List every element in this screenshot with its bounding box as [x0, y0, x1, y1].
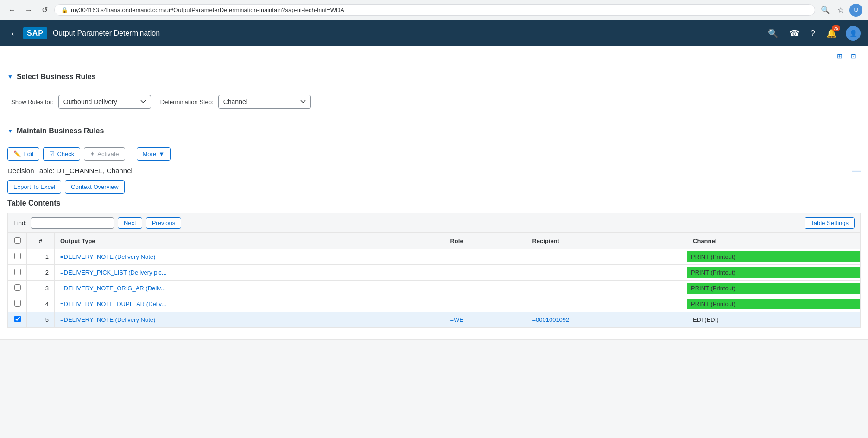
select-business-rules-title: Select Business Rules — [17, 73, 96, 81]
browser-bookmark-button[interactable]: ☆ — [836, 4, 846, 16]
row-recipient: =0001001092 — [526, 312, 687, 328]
table-row: 4=DELIVERY_NOTE_DUPL_AR (Deliv...PRINT (… — [8, 296, 860, 312]
row-number: 4 — [27, 296, 55, 312]
show-rules-label: Show Rules for: — [11, 99, 54, 106]
row-number: 1 — [27, 249, 55, 265]
row-channel: PRINT (Printout) — [687, 249, 860, 265]
expand-panel-button[interactable]: ⊡ — [847, 50, 861, 62]
row-checkbox[interactable] — [14, 316, 21, 322]
table-header: # Output Type Role Recipient Channel — [8, 233, 860, 249]
table-row: 3=DELIVERY_NOTE_ORIG_AR (Deliv...PRINT (… — [8, 281, 860, 296]
maintain-toolbar: ✏️ Edit ☑ Check ✦ Activate More ▼ — [7, 142, 861, 166]
row-role — [444, 296, 526, 312]
row-checkbox-cell — [8, 265, 27, 281]
activate-button[interactable]: ✦ Activate — [84, 147, 125, 161]
checkbox-column-header — [8, 233, 27, 249]
row-channel: PRINT (Printout) — [687, 296, 860, 312]
row-channel: PRINT (Printout) — [687, 281, 860, 296]
app-back-button[interactable]: ‹ — [7, 27, 18, 40]
row-checkbox-cell — [8, 249, 27, 265]
address-bar[interactable]: 🔒 my304163.s4hana.ondemand.com/ui#Output… — [54, 4, 815, 16]
row-output-type: =DELIVERY_NOTE (Delivery Note) — [55, 249, 444, 265]
table-settings-button[interactable]: Table Settings — [805, 217, 855, 229]
user-avatar[interactable]: 👤 — [846, 26, 861, 41]
table-actions: Export To Excel Context Overview — [7, 180, 861, 194]
edit-label: Edit — [23, 150, 33, 157]
row-checkbox[interactable] — [14, 300, 21, 307]
sap-header: ‹ SAP Output Parameter Determination 🔍 ☎… — [0, 20, 868, 46]
browser-user-avatar[interactable]: U — [849, 4, 862, 17]
row-checkbox[interactable] — [14, 269, 21, 275]
maintain-section: ✏️ Edit ☑ Check ✦ Activate More ▼ Decisi… — [0, 142, 868, 339]
row-output-type: =DELIVERY_NOTE_DUPL_AR (Deliv... — [55, 296, 444, 312]
select-all-checkbox[interactable] — [14, 237, 21, 244]
help-button[interactable]: ? — [809, 27, 817, 40]
output-type-link[interactable]: =DELIVERY_NOTE (Delivery Note) — [60, 253, 155, 260]
phone-button[interactable]: ☎ — [787, 26, 801, 40]
maintain-business-rules-header[interactable]: ▼ Maintain Business Rules — [0, 120, 868, 142]
decision-table: # Output Type Role Recipient Channel 1=D… — [8, 233, 860, 328]
show-rules-dropdown[interactable]: Outbound Delivery Inbound Delivery Sales… — [58, 95, 151, 109]
channel-value-green: PRINT (Printout) — [687, 267, 860, 278]
determination-step-group: Determination Step: Channel Format Recip… — [160, 95, 311, 109]
notifications-button[interactable]: 🔔 75 — [824, 26, 838, 40]
output-type-column-header: Output Type — [55, 233, 444, 249]
recipient-link[interactable]: =0001001092 — [532, 316, 569, 323]
determination-step-label: Determination Step: — [160, 99, 214, 106]
app-title: Output Parameter Determination — [53, 29, 760, 38]
row-recipient — [526, 296, 687, 312]
role-link[interactable]: =WE — [450, 316, 463, 323]
select-rules-chevron-icon: ▼ — [7, 74, 13, 80]
export-excel-button[interactable]: Export To Excel — [7, 180, 61, 194]
output-type-link[interactable]: =DELIVERY_NOTE_DUPL_AR (Deliv... — [60, 300, 166, 307]
determination-step-dropdown[interactable]: Channel Format Recipient Output Type — [218, 95, 311, 109]
row-checkbox-cell — [8, 296, 27, 312]
row-recipient — [526, 265, 687, 281]
next-button[interactable]: Next — [118, 217, 142, 229]
row-number: 2 — [27, 265, 55, 281]
edit-button[interactable]: ✏️ Edit — [7, 147, 39, 161]
user-initial: 👤 — [849, 30, 857, 37]
find-input[interactable] — [31, 217, 114, 229]
maintain-business-rules-title: Maintain Business Rules — [17, 127, 104, 135]
row-channel: EDI (EDI) — [687, 312, 860, 328]
table-row: 2=DELIVERY_PICK_LIST (Delivery pic...PRI… — [8, 265, 860, 281]
select-business-rules-header[interactable]: ▼ Select Business Rules — [0, 66, 868, 88]
channel-value-green: PRINT (Printout) — [687, 283, 860, 294]
row-channel: PRINT (Printout) — [687, 265, 860, 281]
show-rules-group: Show Rules for: Outbound Delivery Inboun… — [11, 95, 151, 109]
more-button[interactable]: More ▼ — [137, 147, 171, 161]
row-checkbox-cell — [8, 281, 27, 296]
row-role — [444, 265, 526, 281]
previous-button[interactable]: Previous — [146, 217, 182, 229]
collapse-button[interactable]: — — [852, 166, 861, 175]
channel-column-header: Channel — [687, 233, 860, 249]
output-type-link[interactable]: =DELIVERY_NOTE_ORIG_AR (Deliv... — [60, 285, 165, 292]
output-type-link[interactable]: =DELIVERY_PICK_LIST (Delivery pic... — [60, 269, 167, 276]
check-icon: ☑ — [49, 150, 55, 157]
find-bar: Find: Next Previous Table Settings — [7, 213, 861, 232]
output-type-link[interactable]: =DELIVERY_NOTE (Delivery Note) — [60, 316, 155, 323]
browser-back-button[interactable]: ← — [6, 4, 19, 16]
select-business-rules-panel: ▼ Select Business Rules Show Rules for: … — [0, 66, 868, 120]
row-checkbox[interactable] — [14, 284, 21, 291]
export-label: Export To Excel — [13, 183, 55, 190]
table-row: 5=DELIVERY_NOTE (Delivery Note)=WE=00010… — [8, 312, 860, 328]
row-recipient — [526, 249, 687, 265]
table-row: 1=DELIVERY_NOTE (Delivery Note)PRINT (Pr… — [8, 249, 860, 265]
browser-search-button[interactable]: 🔍 — [819, 4, 832, 16]
search-button[interactable]: 🔍 — [766, 26, 780, 40]
row-checkbox[interactable] — [14, 253, 21, 259]
row-checkbox-cell — [8, 312, 27, 328]
pin-panel-button[interactable]: ⊞ — [833, 50, 847, 62]
row-output-type: =DELIVERY_NOTE_ORIG_AR (Deliv... — [55, 281, 444, 296]
browser-reload-button[interactable]: ↺ — [39, 4, 51, 16]
browser-forward-button[interactable]: → — [22, 4, 35, 16]
maintain-rules-chevron-icon: ▼ — [7, 128, 13, 134]
table-wrapper: # Output Type Role Recipient Channel 1=D… — [7, 232, 861, 328]
table-contents-title: Table Contents — [7, 199, 861, 207]
check-button[interactable]: ☑ Check — [43, 147, 80, 161]
context-overview-button[interactable]: Context Overview — [65, 180, 125, 194]
check-label: Check — [57, 150, 74, 157]
browser-bar: ← → ↺ 🔒 my304163.s4hana.ondemand.com/ui#… — [0, 0, 868, 20]
